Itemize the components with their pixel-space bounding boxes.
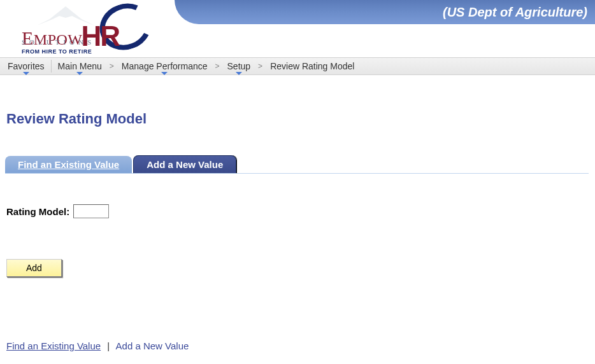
breadcrumb: Favorites Main Menu > Manage Performance… (0, 57, 595, 75)
pipe-separator: | (107, 340, 110, 351)
add-button[interactable]: Add (6, 259, 62, 277)
logo: EMPOWHR SOLUTIONS FROM HIRE TO RETIRE (11, 1, 152, 56)
breadcrumb-divider (51, 60, 52, 73)
logo-tagline: FROM HIRE TO RETIRE (22, 48, 92, 55)
rating-model-label: Rating Model: (6, 206, 69, 217)
footer-links: Find an Existing Value | Add a New Value (6, 340, 589, 351)
page-title: Review Rating Model (6, 111, 589, 127)
breadcrumb-current: Review Rating Model (265, 61, 359, 71)
org-label: (US Dept of Agriculture) (443, 5, 587, 20)
breadcrumb-favorites[interactable]: Favorites (3, 61, 50, 71)
chevron-right-icon: > (107, 62, 117, 71)
tab-add-new[interactable]: Add a New Value (133, 155, 236, 173)
breadcrumb-manage-performance[interactable]: Manage Performance (117, 61, 213, 71)
tab-row: Find an Existing Value Add a New Value (5, 155, 589, 174)
header-band: (US Dept of Agriculture) (175, 0, 595, 24)
footer-link-add-new[interactable]: Add a New Value (116, 340, 189, 351)
chevron-right-icon: > (255, 62, 265, 71)
breadcrumb-main-menu[interactable]: Main Menu (53, 61, 107, 71)
logo-text: EMPOWHR (22, 19, 120, 51)
rating-model-input[interactable] (73, 204, 109, 218)
footer-link-find-existing[interactable]: Find an Existing Value (6, 340, 101, 351)
chevron-right-icon: > (213, 62, 222, 71)
tab-find-existing[interactable]: Find an Existing Value (5, 156, 132, 173)
logo-solutions: SOLUTIONS (22, 38, 95, 46)
breadcrumb-setup[interactable]: Setup (222, 61, 256, 71)
